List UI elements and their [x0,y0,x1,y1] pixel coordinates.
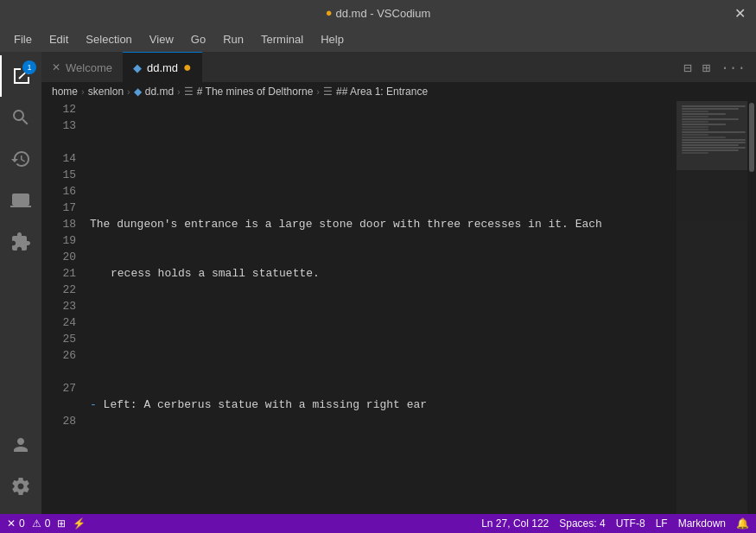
notification-icon: 🔔 [736,517,749,530]
title-text: dd.md - VSCodium [335,7,430,20]
code-line-13: The dungeon's entrance is a large stone … [90,216,677,232]
code-line-15: - Left: A cerberus statue with a missing… [90,397,677,413]
minimap-viewport [677,101,747,170]
line-numbers: 12 13 13 14 15 16 17 18 19 20 21 22 23 2… [41,101,83,514]
breadcrumb-heading-1[interactable]: # The mines of Delthorne [197,86,314,98]
tab-actions: ⊟ ⊞ ··· [680,56,756,82]
error-count: 0 [19,517,25,530]
activity-bar: 1 [0,52,41,514]
status-errors[interactable]: ✕ 0 ⚠ 0 [7,517,50,530]
menu-edit[interactable]: Edit [42,29,75,49]
code-editor[interactable]: The dungeon's entrance is a large stone … [83,101,677,514]
status-line-ending[interactable]: LF [656,517,668,530]
status-bar: ✕ 0 ⚠ 0 ⊞ ⚡ Ln 27, Col 122 Spaces: 4 UTF… [0,514,756,533]
warning-count: 0 [45,517,51,530]
activity-extensions[interactable] [0,221,41,263]
status-encoding[interactable]: UTF-8 [616,517,645,530]
error-icon: ✕ [7,517,16,530]
menu-help[interactable]: Help [314,29,351,49]
menu-terminal[interactable]: Terminal [254,29,310,49]
breadcrumb-heading-icon-2: ☰ [323,86,333,98]
status-layout[interactable]: ⊞ [57,517,66,530]
modified-dot: ● [183,60,192,74]
split-editor-right-button[interactable]: ⊟ [680,56,696,80]
editor-area: ✕ Welcome ◆ dd.md ● ⊟ ⊞ ··· home › skenl… [41,52,756,514]
close-button[interactable]: ✕ [734,5,746,22]
breadcrumb-dd-md[interactable]: dd.md [145,86,174,98]
explorer-badge: 1 [22,60,36,74]
main-layout: 1 [0,52,756,514]
code-line-13b: recess holds a small statuette. [90,265,677,282]
tabs-bar: ✕ Welcome ◆ dd.md ● ⊟ ⊞ ··· [41,52,756,82]
activity-explorer[interactable]: 1 [0,55,41,97]
activity-settings[interactable] [0,466,41,507]
activity-source-control[interactable] [0,138,41,180]
status-right: Ln 27, Col 122 Spaces: 4 UTF-8 LF Markdo… [481,517,749,530]
minimap[interactable] [677,101,747,514]
breadcrumb-home[interactable]: home [52,86,78,98]
spaces-text: Spaces: 4 [559,517,605,530]
status-notifications[interactable]: 🔔 [736,517,749,530]
split-editor-down-button[interactable]: ⊞ [699,56,715,80]
activity-search[interactable] [0,97,41,138]
menu-go[interactable]: Go [184,29,213,49]
status-left: ✕ 0 ⚠ 0 ⊞ ⚡ [7,517,86,530]
code-line-16 [90,462,677,479]
position-text: Ln 27, Col 122 [481,517,549,530]
status-spaces[interactable]: Spaces: 4 [559,517,605,530]
breadcrumb-heading-2[interactable]: ## Area 1: Entrance [336,86,428,98]
status-position[interactable]: Ln 27, Col 122 [481,517,549,530]
tab-welcome[interactable]: ✕ Welcome [41,52,123,82]
breadcrumb-heading-icon-1: ☰ [184,86,194,98]
menu-selection[interactable]: Selection [79,29,138,49]
md-file-icon: ◆ [133,61,142,74]
code-line-12 [90,150,677,167]
scrollbar-thumb[interactable] [749,103,754,172]
menu-bar: File Edit Selection View Go Run Terminal… [0,26,756,52]
more-actions-button[interactable]: ··· [717,57,749,79]
layout-icon: ⊞ [57,517,66,530]
warning-icon: ⚠ [32,517,41,530]
activity-account[interactable] [0,424,41,466]
code-line-14 [90,331,677,347]
tab-welcome-label: Welcome [66,61,112,74]
tab-dd-md-label: dd.md [147,61,178,74]
line-ending-text: LF [656,517,668,530]
close-icon[interactable]: ✕ [52,61,60,73]
breadcrumb-dd-md-icon: ◆ [134,86,142,98]
status-broadcast[interactable]: ⚡ [73,517,86,530]
breadcrumb-skenlon[interactable]: skenlon [88,86,124,98]
menu-view[interactable]: View [143,29,181,49]
activity-bottom [0,424,41,514]
encoding-text: UTF-8 [616,517,645,530]
title-bar: ● dd.md - VSCodium ✕ [0,0,756,26]
activity-run-debug[interactable] [0,180,41,221]
broadcast-icon: ⚡ [73,517,86,530]
title-dot: ● [326,7,333,20]
breadcrumb: home › skenlon › ◆ dd.md › ☰ # The mines… [41,82,756,101]
code-area[interactable]: 12 13 13 14 15 16 17 18 19 20 21 22 23 2… [41,101,756,514]
tab-dd-md[interactable]: ◆ dd.md ● [123,52,202,82]
menu-run[interactable]: Run [216,29,251,49]
menu-file[interactable]: File [7,29,39,49]
language-text: Markdown [678,517,726,530]
vertical-scrollbar[interactable] [747,101,756,514]
status-language[interactable]: Markdown [678,517,726,530]
